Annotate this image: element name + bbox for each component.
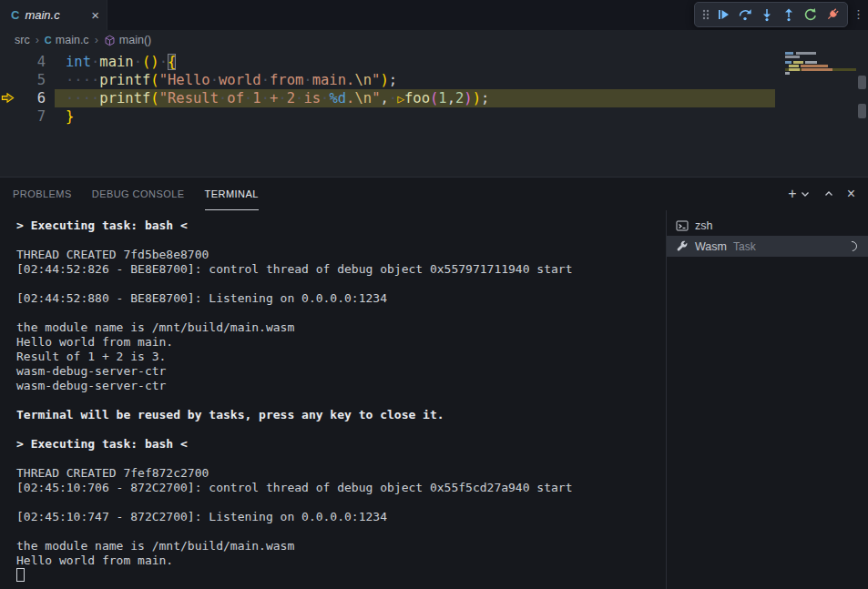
code-line-7[interactable]: 7} — [0, 107, 868, 126]
breadcrumb-label: main() — [119, 34, 151, 46]
scrollbar-decoration — [858, 104, 866, 118]
line-code: int·main·()·{ — [55, 53, 775, 71]
minimap-line — [785, 52, 856, 55]
breadcrumb-label: src — [15, 34, 30, 46]
panel-tab-debug-console[interactable]: DEBUG CONSOLE — [92, 178, 185, 210]
panel-tab-terminal[interactable]: TERMINAL — [205, 178, 259, 210]
panel-tabs: PROBLEMSDEBUG CONSOLETERMINAL — [13, 178, 259, 210]
terminal-line: Hello world from main. — [16, 553, 666, 568]
line-code: ····printf("Hello·world·from·main.\n"); — [55, 71, 775, 89]
terminal-line: wasm-debug-server-ctr — [16, 364, 666, 379]
current-stack-frame-arrow-icon — [1, 91, 15, 109]
terminal-line — [16, 452, 666, 466]
more-actions-icon[interactable]: ⋮ — [853, 8, 864, 20]
terminal-tab-zsh[interactable]: zsh — [667, 215, 868, 236]
debug-toolbar — [694, 2, 848, 27]
terminal-line: THREAD CREATED 7fd5be8e8700 — [16, 248, 666, 262]
editor-lines: 4int·main·()·{5····printf("Hello·world·f… — [0, 50, 868, 126]
minimap-line — [785, 61, 856, 64]
editor-tab-bar: C main.c × ⋮ — [0, 0, 868, 30]
terminal-line: Hello world from main. — [16, 335, 666, 350]
step-into-button[interactable] — [756, 4, 778, 25]
terminal-cursor — [16, 568, 25, 582]
terminal-tab-label: zsh — [695, 219, 712, 232]
line-code: ····printf("Result·of·1·+·2·is·%d.\n",·▷… — [55, 89, 775, 107]
breadcrumb-item[interactable]: Cmain.c — [45, 34, 89, 46]
terminal-line: [02:44:52:826 - BE8E8700]: control threa… — [16, 262, 666, 277]
panel-tab-problems[interactable]: PROBLEMS — [13, 178, 72, 210]
minimap[interactable] — [785, 52, 856, 81]
terminal-line: > Executing task: bash < — [16, 437, 666, 452]
drag-handle[interactable] — [699, 4, 712, 25]
terminal-line: THREAD CREATED 7fef872c2700 — [16, 466, 666, 481]
terminal-area: > Executing task: bash < THREAD CREATED … — [0, 210, 868, 589]
minimap-line — [785, 72, 856, 75]
terminal-line — [16, 306, 666, 320]
breakpoint-gutter[interactable] — [0, 71, 24, 89]
terminal-line: [02:44:52:880 - BE8E8700]: Listening on … — [16, 291, 666, 306]
terminal-line: [02:45:10:747 - 872C2700]: Listening on … — [16, 510, 666, 524]
breakpoint-gutter[interactable] — [0, 53, 24, 71]
terminal-line: the module name is /mnt/build/main.wasm — [16, 539, 666, 553]
step-over-button[interactable] — [734, 4, 756, 25]
terminal-line: wasm-debug-server-ctr — [16, 379, 666, 393]
terminal-output[interactable]: > Executing task: bash < THREAD CREATED … — [0, 210, 666, 589]
tab-main-c[interactable]: C main.c × — [0, 0, 107, 30]
restart-button[interactable] — [800, 4, 822, 25]
continue-button[interactable] — [712, 4, 734, 25]
new-terminal-icon[interactable]: + — [788, 187, 796, 201]
terminal-icon — [676, 219, 689, 232]
panel-actions: + × — [775, 178, 855, 210]
terminal-line — [16, 393, 666, 408]
terminal-line — [16, 524, 666, 539]
step-out-button[interactable] — [778, 4, 800, 25]
bottom-panel: PROBLEMSDEBUG CONSOLETERMINAL + × > Exec… — [0, 177, 868, 589]
line-number: 6 — [24, 89, 46, 107]
chevron-down-icon[interactable] — [800, 188, 811, 199]
terminal-line — [16, 233, 666, 248]
symbol-method-icon — [104, 35, 116, 46]
code-line-4[interactable]: 4int·main·()·{ — [0, 53, 868, 71]
terminal-cursor-line — [16, 568, 666, 583]
loading-spinner-icon — [845, 239, 859, 253]
breadcrumb-separator-icon: › — [95, 34, 98, 46]
code-editor[interactable]: 4int·main·()·{5····printf("Hello·world·f… — [0, 50, 868, 177]
scrollbar-decoration — [858, 76, 866, 89]
terminal-line — [16, 422, 666, 437]
code-line-6[interactable]: 6····printf("Result·of·1·+·2·is·%d.\n",·… — [0, 89, 868, 107]
wrench-icon — [676, 240, 689, 253]
vscode-window: C main.c × ⋮ src›Cmain.c›main() 4int·mai… — [0, 0, 868, 589]
minimap-line — [785, 56, 856, 58]
editor-scrollbar[interactable] — [856, 50, 868, 177]
terminal-line: the module name is /mnt/build/main.wasm — [16, 320, 666, 335]
close-icon[interactable]: × — [91, 8, 99, 22]
panel-header: PROBLEMSDEBUG CONSOLETERMINAL + × — [0, 178, 868, 210]
breadcrumb-item[interactable]: src — [15, 34, 30, 46]
minimap-line — [785, 65, 856, 67]
maximize-panel-icon[interactable] — [823, 188, 834, 199]
line-code: } — [55, 107, 775, 126]
terminal-tab-label: Wasm — [695, 240, 727, 253]
breadcrumb: src›Cmain.c›main() — [0, 30, 868, 50]
code-line-5[interactable]: 5····printf("Hello·world·from·main.\n"); — [0, 71, 868, 89]
minimap-current-line — [785, 68, 856, 71]
terminal-line: [02:45:10:706 - 872C2700]: control threa… — [16, 481, 666, 495]
terminal-tabs-list: zshWasmTask — [666, 210, 868, 589]
c-language-icon: C — [45, 36, 52, 46]
terminal-line: Result of 1 + 2 is 3. — [16, 350, 666, 364]
line-number: 7 — [24, 107, 46, 126]
terminal-tab-description: Task — [733, 240, 756, 253]
terminal-tab-wasm[interactable]: WasmTask — [667, 236, 868, 257]
close-panel-icon[interactable]: × — [847, 187, 855, 201]
disconnect-button[interactable] — [822, 4, 843, 25]
terminal-line — [16, 277, 666, 291]
terminal-line: > Executing task: bash < — [16, 218, 666, 233]
line-number: 4 — [24, 53, 46, 71]
breadcrumb-separator-icon: › — [36, 34, 39, 46]
breakpoint-gutter[interactable] — [0, 89, 24, 107]
tab-label: main.c — [25, 8, 86, 22]
line-number: 5 — [24, 71, 46, 89]
breadcrumb-item[interactable]: main() — [104, 34, 151, 46]
breakpoint-gutter[interactable] — [0, 107, 24, 126]
c-language-icon: C — [11, 9, 19, 21]
